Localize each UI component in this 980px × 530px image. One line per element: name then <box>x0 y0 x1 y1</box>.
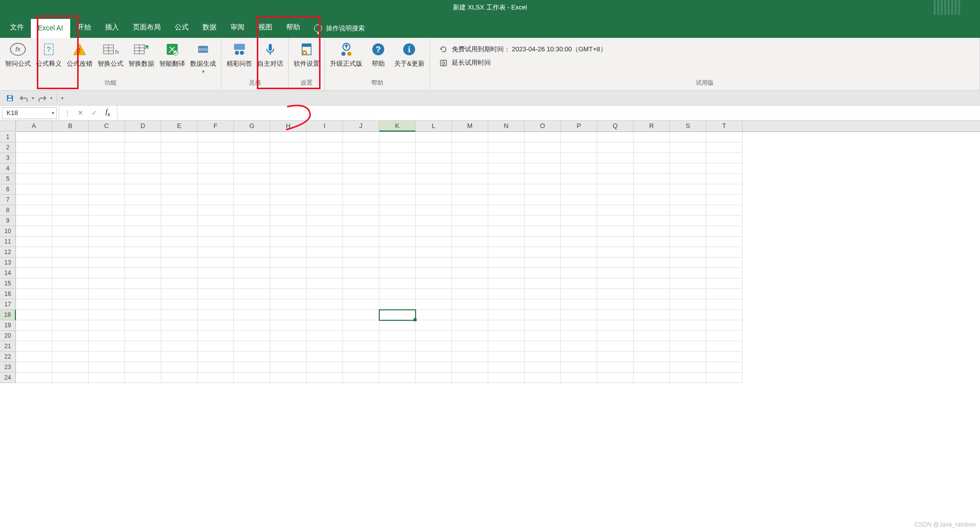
cell-R13[interactable] <box>634 258 670 268</box>
cell-E11[interactable] <box>161 237 198 247</box>
spreadsheet-grid[interactable]: ABCDEFGHIJKLMNOPQRST 1234567891011121314… <box>0 121 980 383</box>
cell-J19[interactable] <box>343 320 379 331</box>
cell-N11[interactable] <box>488 237 525 247</box>
cell-B6[interactable] <box>52 184 89 195</box>
cell-F9[interactable] <box>198 216 234 226</box>
cell-F10[interactable] <box>198 226 234 237</box>
col-header-K[interactable]: K <box>379 121 416 132</box>
cell-D6[interactable] <box>125 184 161 195</box>
col-header-I[interactable]: I <box>307 121 343 132</box>
cell-D5[interactable] <box>125 174 161 184</box>
cell-K8[interactable] <box>379 205 416 216</box>
cell-K20[interactable] <box>379 331 416 341</box>
cell-M6[interactable] <box>452 184 488 195</box>
col-header-J[interactable]: J <box>343 121 379 132</box>
cell-I19[interactable] <box>307 320 343 331</box>
cell-H21[interactable] <box>270 341 307 352</box>
cell-R19[interactable] <box>634 320 670 331</box>
cell-L5[interactable] <box>416 174 452 184</box>
cell-B12[interactable] <box>52 247 89 258</box>
cell-O15[interactable] <box>525 278 561 289</box>
cell-R10[interactable] <box>634 226 670 237</box>
cell-C13[interactable] <box>89 258 125 268</box>
cell-P10[interactable] <box>561 226 597 237</box>
cell-G18[interactable] <box>234 310 270 320</box>
undo-button[interactable] <box>18 92 30 104</box>
cell-F16[interactable] <box>198 289 234 299</box>
cell-L20[interactable] <box>416 331 452 341</box>
cell-P9[interactable] <box>561 216 597 226</box>
cell-K24[interactable] <box>379 373 416 383</box>
cell-G19[interactable] <box>234 320 270 331</box>
cell-A19[interactable] <box>16 320 52 331</box>
cell-L7[interactable] <box>416 195 452 205</box>
cell-Q7[interactable] <box>597 195 634 205</box>
cell-P24[interactable] <box>561 373 597 383</box>
cell-N8[interactable] <box>488 205 525 216</box>
cell-K23[interactable] <box>379 362 416 373</box>
cell-K16[interactable] <box>379 289 416 299</box>
cell-D9[interactable] <box>125 216 161 226</box>
cell-M1[interactable] <box>452 132 488 142</box>
cell-T19[interactable] <box>706 320 743 331</box>
cell-T12[interactable] <box>706 247 743 258</box>
row-header-16[interactable]: 16 <box>0 289 16 299</box>
cell-J11[interactable] <box>343 237 379 247</box>
btn-self-dialog[interactable]: 自主对话 <box>255 40 285 69</box>
cell-L13[interactable] <box>416 258 452 268</box>
btn-upgrade[interactable]: 升级正式版 <box>328 40 364 69</box>
cell-H19[interactable] <box>270 320 307 331</box>
cell-F2[interactable] <box>198 142 234 153</box>
cell-B16[interactable] <box>52 289 89 299</box>
col-header-R[interactable]: R <box>634 121 670 132</box>
cell-S24[interactable] <box>670 373 706 383</box>
cell-Q14[interactable] <box>597 268 634 278</box>
cell-D18[interactable] <box>125 310 161 320</box>
cell-F15[interactable] <box>198 278 234 289</box>
cell-Q19[interactable] <box>597 320 634 331</box>
cell-E23[interactable] <box>161 362 198 373</box>
cell-L21[interactable] <box>416 341 452 352</box>
cell-G7[interactable] <box>234 195 270 205</box>
cell-G9[interactable] <box>234 216 270 226</box>
cell-L10[interactable] <box>416 226 452 237</box>
tab-review[interactable]: 审阅 <box>223 18 251 38</box>
cell-M10[interactable] <box>452 226 488 237</box>
cell-K3[interactable] <box>379 153 416 163</box>
cell-R15[interactable] <box>634 278 670 289</box>
cell-L16[interactable] <box>416 289 452 299</box>
cell-M14[interactable] <box>452 268 488 278</box>
cell-P23[interactable] <box>561 362 597 373</box>
cell-S7[interactable] <box>670 195 706 205</box>
cell-A17[interactable] <box>16 299 52 310</box>
row-header-18[interactable]: 18 <box>0 310 16 320</box>
tab-start[interactable]: 开始 <box>70 18 98 38</box>
cell-C15[interactable] <box>89 278 125 289</box>
cell-T18[interactable] <box>706 310 743 320</box>
cell-N3[interactable] <box>488 153 525 163</box>
cell-H18[interactable] <box>270 310 307 320</box>
cell-R11[interactable] <box>634 237 670 247</box>
cell-K7[interactable] <box>379 195 416 205</box>
cell-T22[interactable] <box>706 352 743 362</box>
cell-J23[interactable] <box>343 362 379 373</box>
cell-N24[interactable] <box>488 373 525 383</box>
cell-O12[interactable] <box>525 247 561 258</box>
btn-help[interactable]: ? 帮助 <box>365 40 391 69</box>
cell-A21[interactable] <box>16 341 52 352</box>
cell-R12[interactable] <box>634 247 670 258</box>
cell-E2[interactable] <box>161 142 198 153</box>
cell-G24[interactable] <box>234 373 270 383</box>
cell-E5[interactable] <box>161 174 198 184</box>
cell-K9[interactable] <box>379 216 416 226</box>
cell-I18[interactable] <box>307 310 343 320</box>
cell-S22[interactable] <box>670 352 706 362</box>
cell-L6[interactable] <box>416 184 452 195</box>
cell-D11[interactable] <box>125 237 161 247</box>
cell-B8[interactable] <box>52 205 89 216</box>
cell-T11[interactable] <box>706 237 743 247</box>
cell-D14[interactable] <box>125 268 161 278</box>
cell-H1[interactable] <box>270 132 307 142</box>
cell-B1[interactable] <box>52 132 89 142</box>
cell-R6[interactable] <box>634 184 670 195</box>
